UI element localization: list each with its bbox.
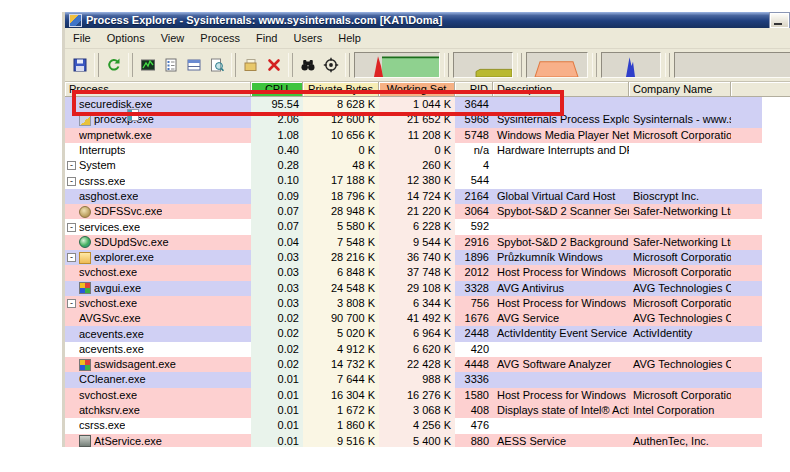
- tree-expander[interactable]: -: [67, 177, 76, 186]
- cell-description: Spybot-S&D 2 Scanner Servi...: [493, 204, 629, 219]
- table-row[interactable]: asghost.exe0.0918 796 K14 724 K2164Globa…: [65, 189, 790, 204]
- table-row[interactable]: AtService.exe0.019 516 K5 400 K880AESS S…: [65, 434, 790, 447]
- toolbar-separator: [444, 53, 449, 77]
- physical-memory-graph[interactable]: [526, 52, 588, 78]
- process-icon-globe: [79, 236, 91, 248]
- menu-help[interactable]: Help: [330, 30, 369, 46]
- cell-private_bytes: 1 672 K: [303, 403, 379, 418]
- table-row[interactable]: AVGSvc.exe0.0290 700 K41 492 K1676AVG Se…: [65, 311, 790, 326]
- cell-description: Host Process for Windows S...: [493, 296, 629, 311]
- column-header-pid[interactable]: PID: [455, 82, 493, 97]
- table-row[interactable]: svchost.exe0.036 848 K37 748 K2012Host P…: [65, 265, 790, 280]
- menu-find[interactable]: Find: [248, 30, 285, 46]
- table-row[interactable]: wmpnetwk.exe1.0810 656 K11 208 K5748Wind…: [65, 128, 790, 143]
- table-row[interactable]: -services.exe0.075 580 K6 228 K592: [65, 219, 790, 234]
- lower-pane-icon[interactable]: [182, 54, 205, 76]
- cell-cpu: 0.10: [251, 173, 303, 188]
- table-row[interactable]: -svchost.exe0.033 808 K6 344 K756Host Pr…: [65, 296, 790, 311]
- save-icon[interactable]: [68, 54, 91, 76]
- table-row[interactable]: SDFSSvc.exe0.0728 948 K21 220 K3064Spybo…: [65, 204, 790, 219]
- table-row[interactable]: CCleaner.exe0.017 644 K988 K3336: [65, 372, 790, 387]
- menu-view[interactable]: View: [153, 30, 193, 46]
- view-dlls-icon[interactable]: [205, 54, 228, 76]
- cell-company: Microsoft Corporation: [629, 128, 731, 143]
- process-icon-folder: [79, 252, 91, 264]
- system-information-icon[interactable]: [136, 54, 159, 76]
- cell-filler: [731, 112, 762, 127]
- find-handle-icon[interactable]: [296, 54, 319, 76]
- cell-pid: 5968: [455, 112, 493, 127]
- table-row[interactable]: procexp.exe2.0612 600 K21 652 K5968Sysin…: [65, 112, 790, 127]
- cell-company: Microsoft Corporation: [629, 265, 731, 280]
- cell-cpu: 0.02: [251, 342, 303, 357]
- toolbar-separator: [288, 53, 293, 77]
- process-name: svchost.exe: [79, 388, 137, 403]
- cell-description: Displays state of Intel® Activ...: [493, 403, 629, 418]
- table-row[interactable]: atchksrv.exe0.011 672 K3 068 K408Display…: [65, 403, 790, 418]
- commit-history-graph[interactable]: [453, 52, 513, 78]
- io-history-graph[interactable]: [601, 52, 661, 78]
- menu-file[interactable]: File: [65, 30, 99, 46]
- process-name: csrss.exe: [79, 418, 125, 433]
- properties-icon[interactable]: [239, 54, 262, 76]
- column-header-cpu[interactable]: CPU: [251, 82, 303, 97]
- table-row[interactable]: Interrupts0.400 K0 Kn/aHardware Interrup…: [65, 143, 790, 158]
- tree-expander[interactable]: -: [67, 161, 76, 170]
- cell-pid: 3644: [455, 97, 493, 112]
- cell-company: [629, 143, 731, 158]
- titlebar[interactable]: Process Explorer - Sysinternals: www.sys…: [65, 12, 790, 28]
- tree-expander[interactable]: -: [67, 223, 76, 232]
- menu-users[interactable]: Users: [285, 30, 330, 46]
- table-row[interactable]: avgui.exe0.0324 548 K29 108 K3328AVG Ant…: [65, 281, 790, 296]
- cell-pid: 592: [455, 219, 493, 234]
- cell-cpu: 95.54: [251, 97, 303, 112]
- table-row[interactable]: securedisk.exe95.548 628 K1 044 K3644: [65, 97, 790, 112]
- cell-filler: [731, 342, 762, 357]
- cell-description: Windows Media Player Netw...: [493, 128, 629, 143]
- cell-cpu: 0.07: [251, 219, 303, 234]
- tree-expander[interactable]: -: [67, 299, 76, 308]
- tree-expander[interactable]: -: [67, 253, 76, 262]
- cpu-usage-graph[interactable]: [354, 52, 440, 78]
- column-header-private_bytes[interactable]: Private Bytes: [303, 82, 379, 97]
- table-row[interactable]: acevents.exe0.024 912 K6 620 K420: [65, 342, 790, 357]
- cell-working_set: 0 K: [379, 143, 455, 158]
- cell-description: [493, 173, 629, 188]
- table-row[interactable]: aswidsagent.exe0.0214 732 K22 428 K4448A…: [65, 357, 790, 372]
- cell-cpu: 0.03: [251, 265, 303, 280]
- cell-private_bytes: 48 K: [303, 158, 379, 173]
- column-header-working_set[interactable]: Working Set: [379, 82, 455, 97]
- cell-working_set: 6 964 K: [379, 326, 455, 341]
- cell-description: Hardware Interrupts and DPCs: [493, 143, 629, 158]
- table-row[interactable]: -explorer.exe0.0328 216 K36 740 K1896Prů…: [65, 250, 790, 265]
- table-row[interactable]: acevents.exe0.025 020 K6 964 K2448ActivI…: [65, 326, 790, 341]
- table-row[interactable]: csrss.exe0.011 860 K4 256 K476: [65, 418, 790, 433]
- cell-pid: 3328: [455, 281, 493, 296]
- column-header-company[interactable]: Company Name: [629, 82, 731, 97]
- table-row[interactable]: -System0.2848 K260 K4: [65, 158, 790, 173]
- cell-process: SDUpdSvc.exe: [65, 235, 251, 250]
- table-row[interactable]: SDUpdSvc.exe0.047 548 K9 544 K2916Spybot…: [65, 235, 790, 250]
- process-icon-procexp: [79, 114, 91, 126]
- cell-description: [493, 219, 629, 234]
- table-row[interactable]: svchost.exe0.0116 304 K16 276 K1580Host …: [65, 388, 790, 403]
- minimize-button[interactable]: [770, 13, 789, 28]
- cell-cpu: 1.08: [251, 128, 303, 143]
- kill-process-icon[interactable]: [262, 54, 285, 76]
- cell-private_bytes: 3 808 K: [303, 296, 379, 311]
- menu-process[interactable]: Process: [192, 30, 248, 46]
- table-row[interactable]: -csrss.exe0.1017 188 K12 380 K544: [65, 173, 790, 188]
- cell-company: AuthenTec, Inc.: [629, 434, 731, 447]
- column-header-process[interactable]: Process: [65, 82, 251, 97]
- column-header-row: ProcessCPUPrivate BytesWorking SetPIDDes…: [65, 82, 790, 97]
- cell-working_set: 11 208 K: [379, 128, 455, 143]
- cell-process: CCleaner.exe: [65, 372, 251, 387]
- refresh-icon[interactable]: [102, 54, 125, 76]
- process-tree-icon[interactable]: [159, 54, 182, 76]
- gpu-history-graph[interactable]: [674, 52, 790, 78]
- menu-options[interactable]: Options: [99, 30, 153, 46]
- find-window-process-icon[interactable]: [319, 54, 342, 76]
- window-title: Process Explorer - Sysinternals: www.sys…: [86, 14, 770, 26]
- column-header-description[interactable]: Description: [493, 82, 629, 97]
- cell-cpu: 0.01: [251, 388, 303, 403]
